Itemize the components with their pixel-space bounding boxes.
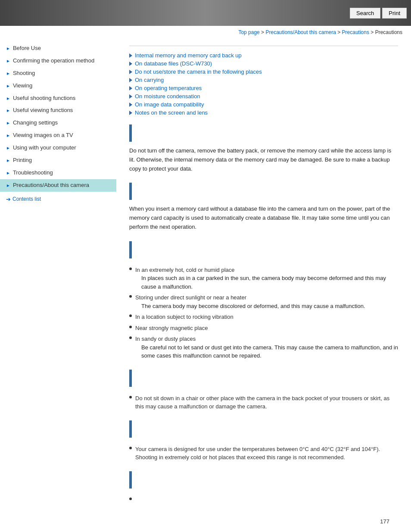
section-bar-icon (129, 241, 132, 258)
toc-link-4[interactable]: On operating temperatures (135, 85, 202, 91)
sidebar-item-confirming[interactable]: ► Confirming the operation method (0, 55, 116, 67)
toc-arrow-icon (129, 103, 132, 107)
section-bar-icon (129, 471, 132, 488)
toc-item: On carrying (129, 77, 398, 83)
sidebar: ► Before Use ► Confirming the operation … (0, 38, 116, 532)
section-database-files: When you insert a memory card without a … (129, 183, 398, 231)
toc-link-2[interactable]: Do not use/store the camera in the follo… (135, 68, 262, 75)
sidebar-item-useful-viewing[interactable]: ► Useful viewing functions (0, 104, 116, 117)
sidebar-item-troubleshooting[interactable]: ► Troubleshooting (0, 167, 116, 179)
section-bar-icon (129, 420, 132, 438)
toc-item: On operating temperatures (129, 85, 398, 91)
toc-link-3[interactable]: On carrying (135, 77, 164, 83)
breadcrumb-precautions[interactable]: Precautions (342, 29, 369, 35)
arrow-icon: ► (6, 133, 10, 138)
bullet-icon (129, 314, 132, 317)
search-button[interactable]: Search (350, 8, 380, 19)
toc-link-5[interactable]: On moisture condensation (135, 93, 200, 100)
toc-link-6[interactable]: On image data compatibility (135, 101, 204, 108)
toc-link-7[interactable]: Notes on the screen and lens (135, 109, 208, 116)
sidebar-item-shooting[interactable]: ► Shooting (0, 67, 116, 80)
bullet-icon (129, 447, 132, 449)
page-number: 177 (129, 510, 398, 529)
list-item: Do not sit down in a chair or other plac… (129, 394, 398, 411)
arrow-icon: ► (6, 183, 10, 188)
toc-arrow-icon (129, 70, 132, 74)
breadcrumb: Top page > Precautions/About this camera… (0, 26, 411, 38)
main-content: Internal memory and memory card back up … (116, 38, 411, 532)
bullet-icon (129, 268, 132, 270)
toc-arrow-icon (129, 62, 132, 66)
arrow-icon: ► (6, 83, 10, 89)
section-text: When you insert a memory card without a … (129, 205, 398, 231)
bullet-icon (129, 326, 132, 328)
list-item: Near strongly magnetic place (129, 324, 398, 333)
header: Search Print (0, 0, 411, 26)
bullet-list: Your camera is designed for use under th… (129, 445, 398, 462)
bullet-icon (129, 396, 132, 398)
section-bar-icon (129, 124, 132, 142)
toc-list: Internal memory and memory card back up … (129, 52, 398, 116)
arrow-icon: ► (6, 46, 10, 51)
arrow-icon: ► (6, 58, 10, 64)
bullet-list: In an extremely hot, cold or humid place… (129, 266, 398, 360)
section-memory-backup: Do not turn off the camera, remove the b… (129, 124, 398, 173)
sidebar-item-viewing[interactable]: ► Viewing (0, 80, 116, 92)
bullet-list: Do not sit down in a chair or other plac… (129, 394, 398, 411)
arrow-icon: ► (6, 108, 10, 113)
sidebar-item-printing[interactable]: ► Printing (0, 154, 116, 167)
contents-list-link[interactable]: ➔ Contents list (0, 192, 116, 207)
list-item: In an extremely hot, cold or humid place… (129, 266, 398, 291)
section-moisture (129, 471, 398, 500)
arrow-icon: ► (6, 145, 10, 151)
breadcrumb-current: Precautions (375, 29, 402, 35)
section-temperatures: Your camera is designed for use under th… (129, 420, 398, 462)
section-on-carrying: Do not sit down in a chair or other plac… (129, 370, 398, 411)
toc-item: Notes on the screen and lens (129, 109, 398, 116)
sidebar-item-viewing-tv[interactable]: ► Viewing images on a TV (0, 129, 116, 142)
sidebar-item-changing-settings[interactable]: ► Changing settings (0, 117, 116, 129)
divider (129, 46, 398, 46)
toc-arrow-icon (129, 94, 132, 99)
layout: ► Before Use ► Confirming the operation … (0, 38, 411, 532)
arrow-icon: ► (6, 158, 10, 163)
toc-link-1[interactable]: On database files (DSC-W730) (135, 60, 212, 67)
breadcrumb-top[interactable]: Top page (238, 29, 259, 35)
toc-arrow-icon (129, 86, 132, 90)
toc-item: Do not use/store the camera in the follo… (129, 68, 398, 75)
section-do-not-store: In an extremely hot, cold or humid place… (129, 241, 398, 360)
toc-link-0[interactable]: Internal memory and memory card back up (135, 52, 242, 59)
breadcrumb-precautions-about[interactable]: Precautions/About this camera (265, 29, 336, 35)
toc-item: On database files (DSC-W730) (129, 60, 398, 67)
toc-item: On image data compatibility (129, 101, 398, 108)
section-text: Do not turn off the camera, remove the b… (129, 146, 398, 173)
bullet-icon (129, 498, 132, 500)
bullet-list (129, 496, 398, 500)
list-item: Your camera is designed for use under th… (129, 445, 398, 462)
arrow-icon: ► (6, 71, 10, 76)
sidebar-item-computer[interactable]: ► Using with your computer (0, 142, 116, 154)
toc-item: On moisture condensation (129, 93, 398, 100)
toc-item: Internal memory and memory card back up (129, 52, 398, 59)
sidebar-item-before-use[interactable]: ► Before Use (0, 42, 116, 55)
arrow-right-icon: ➔ (6, 196, 11, 202)
section-bar-icon (129, 370, 132, 387)
sidebar-item-useful-shooting[interactable]: ► Useful shooting functions (0, 92, 116, 105)
list-item: In a location subject to rocking vibrati… (129, 313, 398, 321)
toc-arrow-icon (129, 53, 132, 58)
toc-arrow-icon (129, 78, 132, 82)
arrow-icon: ► (6, 170, 10, 176)
arrow-icon: ► (6, 96, 10, 101)
sidebar-item-precautions[interactable]: ► Precautions/About this camera (0, 179, 116, 192)
print-button[interactable]: Print (382, 8, 407, 19)
toc-arrow-icon (129, 111, 132, 115)
list-item: Storing under direct sunlight or near a … (129, 293, 398, 310)
list-item (129, 496, 398, 500)
list-item: In sandy or dusty places Be careful not … (129, 335, 398, 360)
bullet-icon (129, 295, 132, 298)
bullet-icon (129, 336, 132, 339)
arrow-icon: ► (6, 120, 10, 126)
section-bar-icon (129, 183, 132, 200)
